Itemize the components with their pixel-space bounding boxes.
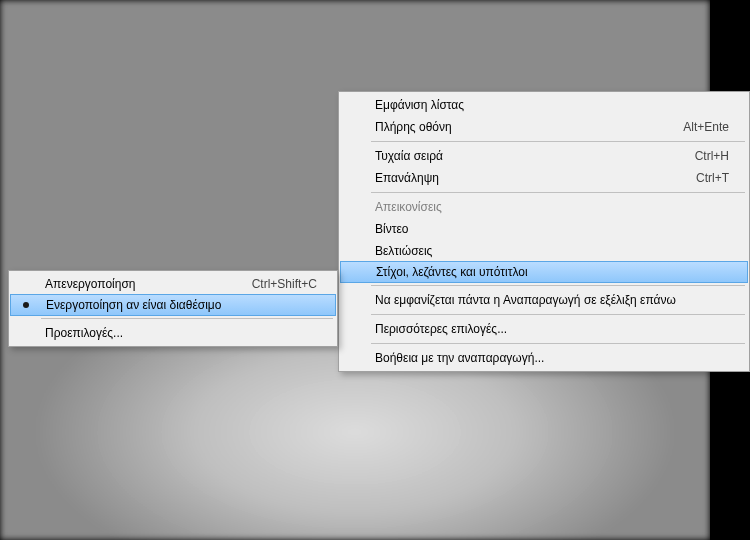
- menu-label: Απεικονίσεις: [369, 200, 729, 214]
- menu-separator: [41, 318, 333, 319]
- menu-label: Προεπιλογές...: [39, 326, 317, 340]
- menu-separator: [371, 343, 745, 344]
- menu-item-help-playback[interactable]: Βοήθεια με την αναπαραγωγή...: [341, 347, 747, 369]
- menu-label: Απενεργοποίηση: [39, 277, 212, 291]
- menu-shortcut: Alt+Ente: [683, 120, 729, 134]
- menu-item-video[interactable]: Βίντεο: [341, 218, 747, 240]
- menu-label: Εμφάνιση λίστας: [369, 98, 729, 112]
- menu-label: Περισσότερες επιλογές...: [369, 322, 729, 336]
- menu-item-more-options[interactable]: Περισσότερες επιλογές...: [341, 318, 747, 340]
- menu-item-lyrics-captions-subtitles[interactable]: Στίχοι, λεζάντες και υπότιτλοι: [340, 261, 748, 283]
- menu-label: Βελτιώσεις: [369, 244, 729, 258]
- menu-label: Τυχαία σειρά: [369, 149, 655, 163]
- menu-item-show-list[interactable]: Εμφάνιση λίστας: [341, 94, 747, 116]
- menu-label: Ενεργοποίηση αν είναι διαθέσιμο: [40, 298, 318, 312]
- menu-item-enhancements[interactable]: Βελτιώσεις: [341, 240, 747, 262]
- menu-separator: [371, 285, 745, 286]
- menu-item-always-show-now-playing[interactable]: Να εμφανίζεται πάντα η Αναπαραγωγή σε εξ…: [341, 289, 747, 311]
- menu-item-fullscreen[interactable]: Πλήρης οθόνη Alt+Ente: [341, 116, 747, 138]
- menu-separator: [371, 192, 745, 193]
- menu-item-repeat[interactable]: Επανάληψη Ctrl+T: [341, 167, 747, 189]
- menu-separator: [371, 141, 745, 142]
- menu-label: Βίντεο: [369, 222, 729, 236]
- context-menu-subtitles: Απενεργοποίηση Ctrl+Shift+C Ενεργοποίηση…: [8, 270, 338, 347]
- menu-shortcut: Ctrl+T: [696, 171, 729, 185]
- menu-label: Βοήθεια με την αναπαραγωγή...: [369, 351, 729, 365]
- menu-shortcut: Ctrl+Shift+C: [252, 277, 317, 291]
- menu-label: Πλήρης οθόνη: [369, 120, 643, 134]
- menu-label: Να εμφανίζεται πάντα η Αναπαραγωγή σε εξ…: [369, 293, 729, 307]
- menu-separator: [371, 314, 745, 315]
- menu-gutter: [11, 302, 40, 308]
- context-menu-main: Εμφάνιση λίστας Πλήρης οθόνη Alt+Ente Τυ…: [338, 91, 750, 372]
- menu-item-shuffle[interactable]: Τυχαία σειρά Ctrl+H: [341, 145, 747, 167]
- menu-label: Στίχοι, λεζάντες και υπότιτλοι: [370, 265, 730, 279]
- menu-item-subtitles-off[interactable]: Απενεργοποίηση Ctrl+Shift+C: [11, 273, 335, 295]
- menu-item-subtitles-on-if-available[interactable]: Ενεργοποίηση αν είναι διαθέσιμο: [10, 294, 336, 316]
- radio-dot-icon: [23, 302, 29, 308]
- menu-shortcut: Ctrl+H: [695, 149, 729, 163]
- menu-label: Επανάληψη: [369, 171, 656, 185]
- menu-item-subtitles-defaults[interactable]: Προεπιλογές...: [11, 322, 335, 344]
- menu-item-visualizations: Απεικονίσεις: [341, 196, 747, 218]
